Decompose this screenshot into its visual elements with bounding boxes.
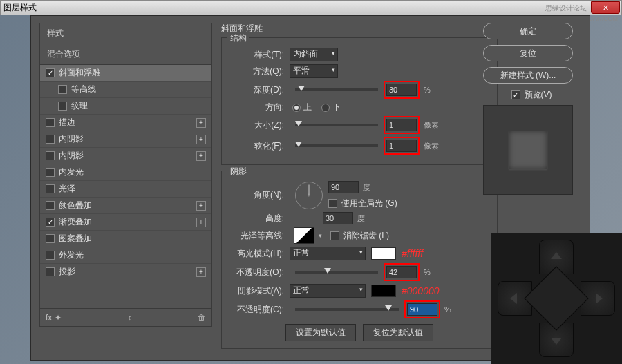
watermark: 思缘设计论坛 xyxy=(545,3,587,13)
shadow-color-swatch[interactable] xyxy=(371,285,396,297)
style-select[interactable]: 内斜面 xyxy=(290,48,338,61)
section-title: 斜面和浮雕 xyxy=(221,23,498,35)
style-checkbox[interactable]: ✓ xyxy=(46,68,55,77)
trash-icon[interactable]: 🗑 xyxy=(198,313,206,323)
highlight-opacity-highlight: 42 xyxy=(384,263,420,281)
preview-swatch xyxy=(509,131,547,169)
depth-input[interactable]: 30 xyxy=(386,84,417,96)
shadow-opacity-input[interactable]: 90 xyxy=(407,303,437,316)
sidebar-item-10[interactable]: 图案叠加 xyxy=(40,231,211,247)
sidebar-menu-icon[interactable]: ↕ xyxy=(127,313,131,323)
shadow-opacity-slider[interactable] xyxy=(295,308,399,311)
soften-slider[interactable] xyxy=(295,144,378,147)
triangle-right-icon xyxy=(596,293,603,304)
style-label: 斜面和浮雕 xyxy=(59,67,100,79)
add-effect-icon[interactable]: + xyxy=(196,218,206,227)
close-button[interactable]: ✕ xyxy=(591,1,620,14)
highlight-opacity-input[interactable]: 42 xyxy=(386,266,417,278)
size-slider[interactable] xyxy=(295,124,378,126)
highlight-color-annotation: #ffffff xyxy=(402,248,423,259)
direction-down-radio[interactable] xyxy=(321,104,330,112)
style-checkbox[interactable] xyxy=(46,267,55,276)
style-checkbox[interactable] xyxy=(46,168,55,177)
sidebar-item-5[interactable]: 内阴影+ xyxy=(40,148,211,164)
sidebar-footer: fx ✦ ↕ 🗑 xyxy=(40,308,211,326)
style-checkbox[interactable] xyxy=(46,135,55,144)
add-effect-icon[interactable]: + xyxy=(196,135,206,144)
sidebar-item-12[interactable]: 投影+ xyxy=(40,264,211,280)
soften-unit: 像素 xyxy=(424,141,439,151)
highlight-mode-select[interactable]: 正常 xyxy=(290,247,366,260)
sidebar-item-2[interactable]: 纹理 xyxy=(40,98,211,115)
size-unit: 像素 xyxy=(424,120,439,131)
style-label: 投影 xyxy=(59,266,75,278)
depth-highlight: 30 xyxy=(384,81,420,99)
size-input[interactable]: 1 xyxy=(386,119,417,131)
ok-button[interactable]: 确定 xyxy=(483,23,573,39)
sidebar-item-8[interactable]: 颜色叠加+ xyxy=(40,198,211,214)
add-effect-icon[interactable]: + xyxy=(196,201,206,211)
sidebar-item-11[interactable]: 外发光 xyxy=(40,247,211,264)
angle-dial[interactable] xyxy=(295,182,323,209)
style-checkbox[interactable] xyxy=(46,184,55,193)
preview-checkbox[interactable]: ✓ xyxy=(511,90,520,99)
add-effect-icon[interactable]: + xyxy=(196,267,206,277)
style-label: 内发光 xyxy=(59,166,84,178)
shadow-opacity-label: 不透明度(C): xyxy=(229,304,284,316)
style-checkbox[interactable] xyxy=(46,151,55,160)
sidebar-item-6[interactable]: 内发光 xyxy=(40,164,211,181)
style-label: 描边 xyxy=(59,117,75,128)
style-label: 图案叠加 xyxy=(59,233,92,245)
sidebar-item-0[interactable]: ✓斜面和浮雕 xyxy=(40,65,211,82)
new-style-button[interactable]: 新建样式 (W)... xyxy=(483,67,573,84)
preview-label: 预览(V) xyxy=(525,89,552,101)
global-light-checkbox[interactable] xyxy=(328,199,337,208)
style-label: 样式(T): xyxy=(229,49,284,61)
style-checkbox[interactable] xyxy=(58,102,67,111)
shadow-mode-select[interactable]: 正常 xyxy=(290,284,366,298)
soften-input[interactable]: 1 xyxy=(386,140,417,152)
method-label: 方法(Q): xyxy=(229,66,284,77)
gloss-label: 光泽等高线: xyxy=(229,230,284,242)
style-label: 纹理 xyxy=(71,100,88,112)
style-checkbox[interactable] xyxy=(46,201,55,210)
direction-up-radio[interactable] xyxy=(292,104,301,112)
sidebar-item-1[interactable]: 等高线 xyxy=(40,82,211,98)
angle-input[interactable]: 90 xyxy=(328,181,359,193)
sidebar-item-3[interactable]: 描边+ xyxy=(40,115,211,131)
depth-slider[interactable] xyxy=(295,88,378,91)
titlebar: 图层样式 思缘设计论坛 ✕ xyxy=(0,0,622,15)
chevron-down-icon[interactable]: ▾ xyxy=(319,232,322,239)
sidebar-item-4[interactable]: 内阴影+ xyxy=(40,131,211,148)
highlight-opacity-slider[interactable] xyxy=(295,271,378,274)
set-default-button[interactable]: 设置为默认值 xyxy=(285,324,356,341)
sidebar-item-7[interactable]: 光泽 xyxy=(40,181,211,198)
gloss-contour-picker[interactable] xyxy=(294,227,314,244)
method-select[interactable]: 平滑 xyxy=(290,64,338,78)
style-checkbox[interactable] xyxy=(46,118,55,127)
structure-legend: 结构 xyxy=(227,32,249,44)
cancel-button[interactable]: 复位 xyxy=(483,45,573,61)
style-checkbox[interactable] xyxy=(46,234,55,243)
triangle-down-icon xyxy=(551,338,562,345)
add-effect-icon[interactable]: + xyxy=(196,118,206,128)
sidebar-header-styles[interactable]: 样式 xyxy=(40,23,211,44)
style-checkbox[interactable] xyxy=(46,251,55,260)
size-label: 大小(Z): xyxy=(229,119,284,131)
soften-label: 软化(F): xyxy=(229,140,284,152)
sidebar-header-blend[interactable]: 混合选项 xyxy=(40,44,211,65)
dpad-preview xyxy=(491,233,622,364)
shadow-mode-label: 阴影模式(A): xyxy=(229,285,284,297)
sidebar-item-9[interactable]: ✓渐变叠加+ xyxy=(40,214,211,231)
reset-default-button[interactable]: 复位为默认值 xyxy=(363,324,433,341)
highlight-color-swatch[interactable] xyxy=(371,247,396,260)
style-label: 颜色叠加 xyxy=(59,200,92,211)
style-checkbox[interactable] xyxy=(58,85,67,94)
fx-icon[interactable]: fx ✦ xyxy=(46,313,62,323)
altitude-input[interactable]: 30 xyxy=(323,212,353,224)
style-label: 渐变叠加 xyxy=(59,216,92,228)
antialias-checkbox[interactable] xyxy=(330,231,339,240)
add-effect-icon[interactable]: + xyxy=(196,151,206,161)
direction-label: 方向: xyxy=(229,102,284,113)
style-checkbox[interactable]: ✓ xyxy=(46,218,55,227)
